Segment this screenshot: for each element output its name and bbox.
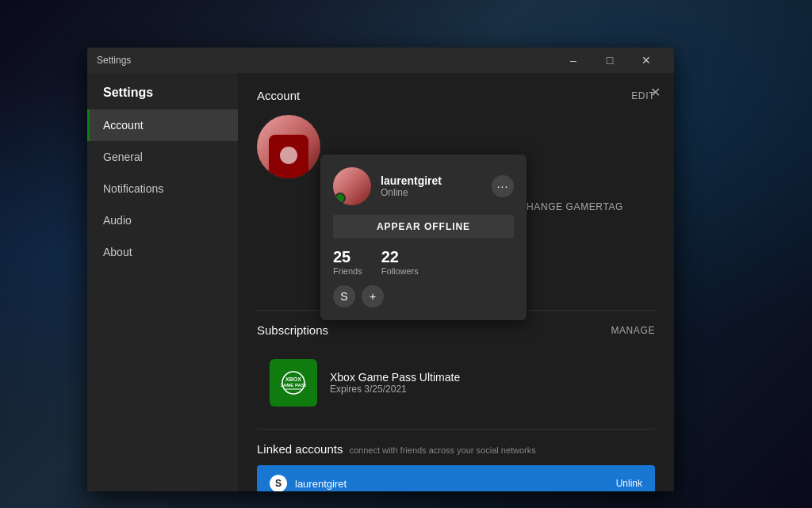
xbox-game-pass-logo: XBOX GAME PASS (270, 359, 317, 407)
change-gamertag-button[interactable]: CHANGE GAMERTAG (519, 201, 623, 212)
steam-link-button[interactable]: S (333, 285, 355, 307)
profile-card: laurentgiret Online ··· APPEAR OFFLINE 2… (320, 155, 527, 320)
sidebar-item-about-label: About (103, 246, 132, 258)
content-area: ✕ Account EDIT CHANGE GAMERTAG (238, 73, 674, 491)
profile-card-top: laurentgiret Online ··· (333, 167, 514, 205)
svg-text:XBOX: XBOX (285, 376, 301, 382)
subscription-expiry: Expires 3/25/2021 (330, 384, 460, 395)
unlink-button[interactable]: Unlink (616, 478, 642, 489)
sidebar-item-notifications[interactable]: Notifications (87, 173, 238, 204)
sidebar-item-general[interactable]: General (87, 141, 238, 173)
linked-accounts-subtitle: connect with friends across your social … (349, 445, 535, 455)
sidebar-item-audio[interactable]: Audio (87, 204, 238, 236)
profile-username: laurentgiret (381, 174, 482, 187)
followers-count: 22 (381, 248, 419, 266)
window-title: Settings (97, 55, 131, 66)
maximize-button[interactable]: □ (592, 48, 628, 73)
add-icon: + (370, 290, 376, 303)
linked-accounts-list: S laurentgiret Unlink Show icon on my pr… (257, 465, 655, 491)
sidebar-item-audio-label: Audio (103, 214, 132, 227)
subscription-info: Xbox Game Pass Ultimate Expires 3/25/202… (330, 371, 460, 395)
account-top-area: CHANGE GAMERTAG laurentgiret Online ··· … (257, 115, 655, 297)
profile-stats: 25 Friends 22 Followers (333, 248, 514, 276)
main-area: Settings Account General Notifications A… (87, 73, 674, 491)
subscription-card: XBOX GAME PASS Xbox Game Pass Ultimate E… (257, 349, 655, 416)
followers-label: Followers (381, 266, 419, 276)
settings-window: Settings – □ ✕ Settings Account General … (87, 48, 674, 491)
linked-accounts-title: Linked accounts (257, 442, 343, 456)
profile-info: laurentgiret Online (381, 174, 482, 198)
divider-2 (257, 429, 655, 430)
account-section-title: Account (257, 89, 300, 102)
manage-button[interactable]: MANAGE (611, 325, 655, 336)
window-controls: – □ ✕ (555, 48, 665, 73)
sidebar-item-general-label: General (103, 151, 143, 163)
friends-count: 25 (333, 248, 362, 266)
profile-avatar-small (333, 167, 371, 205)
title-bar: Settings – □ ✕ (87, 48, 674, 73)
followers-stat: 22 Followers (381, 248, 419, 276)
content-close-button[interactable]: ✕ (645, 82, 665, 101)
profile-more-button[interactable]: ··· (492, 175, 514, 197)
steam-account-left: S laurentgiret (270, 475, 347, 491)
steam-icon: S (340, 290, 347, 303)
friends-stat: 25 Friends (333, 248, 362, 276)
sidebar: Settings Account General Notifications A… (87, 73, 238, 491)
profile-status: Online (381, 187, 482, 198)
account-section-header: Account EDIT (257, 89, 655, 102)
appear-offline-button[interactable]: APPEAR OFFLINE (333, 215, 514, 239)
svg-text:GAME PASS: GAME PASS (281, 383, 306, 388)
profile-icons: S + (333, 285, 514, 307)
sidebar-item-notifications-label: Notifications (103, 182, 163, 195)
linked-accounts-header: Linked accounts connect with friends acr… (257, 442, 655, 456)
steam-icon: S (270, 475, 287, 491)
minimize-button[interactable]: – (555, 48, 592, 73)
sidebar-item-account-label: Account (103, 119, 144, 132)
xbox-x-logo: XBOX GAME PASS (281, 370, 306, 395)
linked-account-name: laurentgiret (295, 478, 347, 490)
sidebar-item-about[interactable]: About (87, 236, 238, 268)
subscriptions-title: Subscriptions (257, 323, 328, 337)
sidebar-header: Settings (87, 73, 238, 109)
friends-label: Friends (333, 266, 362, 276)
sidebar-item-account[interactable]: Account (87, 109, 238, 141)
add-account-button[interactable]: + (362, 285, 384, 307)
avatar-large (257, 115, 320, 178)
window-close-button[interactable]: ✕ (628, 48, 665, 73)
steam-account-row: S laurentgiret Unlink (257, 465, 655, 491)
subscriptions-section-header: Subscriptions MANAGE (257, 323, 655, 337)
subscription-name: Xbox Game Pass Ultimate (330, 371, 460, 384)
